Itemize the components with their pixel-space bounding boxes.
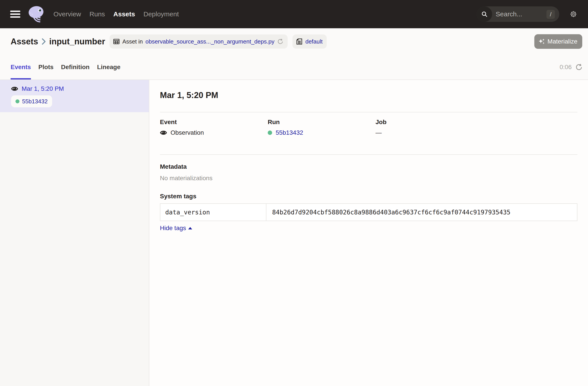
metadata-heading: Metadata [160,163,577,170]
breadcrumb-row: Assets input_number Asset in observable_… [0,28,588,55]
job-column-header: Job [376,119,483,126]
table-icon [113,38,120,45]
event-detail-title: Mar 1, 5:20 PM [160,91,577,100]
reload-icon[interactable] [277,38,284,45]
system-tags-table: data_version 84b26d7d9204cbf588026c8a988… [160,203,577,221]
top-nav: Overview Runs Assets Deployment Search..… [0,0,588,28]
table-row: data_version 84b26d7d9204cbf588026c8a988… [160,203,577,221]
event-run-id[interactable]: 55b13432 [22,98,48,105]
tab-lineage[interactable]: Lineage [97,55,120,80]
nav-runs[interactable]: Runs [89,10,105,18]
tab-plots[interactable]: Plots [39,55,53,80]
primary-nav: Overview Runs Assets Deployment [53,10,179,18]
app-root: Overview Runs Assets Deployment Search..… [0,0,588,386]
event-list-item[interactable]: Mar 1, 5:20 PM 55b13432 [0,80,149,112]
dagster-logo[interactable] [28,6,45,22]
job-value: — [376,129,382,136]
tab-definition[interactable]: Definition [61,55,89,80]
events-sidebar: Mar 1, 5:20 PM 55b13432 [0,80,149,386]
run-status-dot [16,99,20,103]
breadcrumb-assets[interactable]: Assets [11,37,38,46]
asset-definition-tag: Asset in observable_source_ass..._non_ar… [109,34,288,49]
event-timestamp[interactable]: Mar 1, 5:20 PM [22,85,64,92]
hide-tags-link[interactable]: Hide tags [160,224,192,232]
breadcrumb-asset-name: input_number [49,37,105,46]
eye-icon [11,85,18,92]
event-run-tag[interactable]: 55b13432 [11,95,52,107]
search-shortcut-key: / [546,10,555,19]
repository-name[interactable]: default [305,38,322,45]
nav-assets[interactable]: Assets [113,10,135,18]
refresh-timer: 0:06 [560,64,572,71]
collapse-arrow-icon [188,227,192,229]
run-id-link[interactable]: 55b13432 [276,129,303,136]
eye-icon [160,129,167,136]
search-placeholder: Search... [496,10,522,18]
repo-icon [296,38,303,45]
repository-tag[interactable]: default [293,34,326,49]
run-status-dot [268,130,272,135]
sparkle-icon [538,38,545,45]
tag-value: 84b26d7d9204cbf588026c8a9886d403a6c9637c… [266,203,577,221]
event-type: Observation [170,129,204,136]
chevron-right-icon [42,38,46,45]
search-icon [477,6,492,22]
asset-in-label: Asset in [122,38,143,45]
menu-icon[interactable] [10,11,20,18]
system-tags-heading: System tags [160,193,577,200]
event-column-header: Event [160,119,268,126]
metadata-empty-text: No materializations [160,175,577,182]
nav-overview[interactable]: Overview [53,10,81,18]
settings-gear-icon[interactable] [568,8,579,20]
event-detail-panel: Mar 1, 5:20 PM Event Observation Run 55b… [149,80,588,386]
breadcrumb: Assets input_number [11,37,105,46]
materialize-button[interactable]: Materialize [534,34,582,49]
search-input[interactable]: Search... / [477,6,559,22]
asset-definition-link[interactable]: observable_source_ass..._non_argument_de… [145,38,274,45]
tab-events[interactable]: Events [11,55,31,80]
tabs-row: Events Plots Definition Lineage 0:06 [0,55,588,80]
nav-deployment[interactable]: Deployment [143,10,179,18]
run-column-header: Run [268,119,376,126]
refresh-icon[interactable] [575,63,583,71]
tag-key: data_version [160,203,266,221]
